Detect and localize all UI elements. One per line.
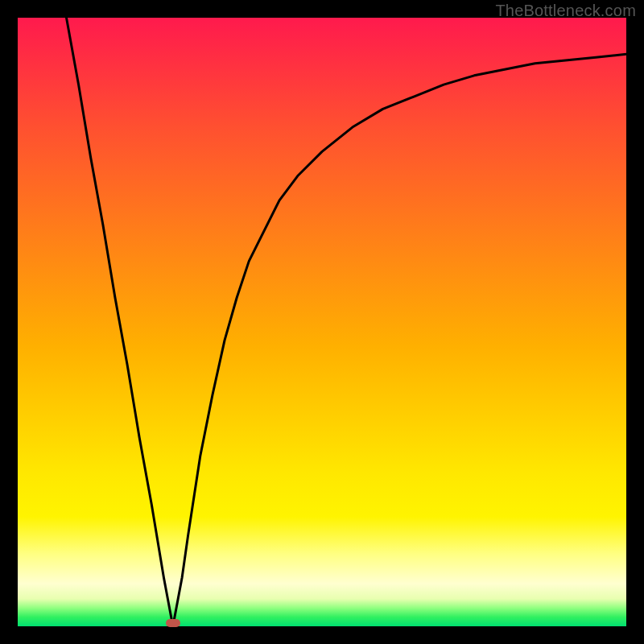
- watermark-text: TheBottleneck.com: [495, 2, 636, 20]
- bottleneck-curve: [18, 18, 626, 626]
- minimum-marker: [166, 619, 180, 627]
- chart-plot-area: [18, 18, 626, 626]
